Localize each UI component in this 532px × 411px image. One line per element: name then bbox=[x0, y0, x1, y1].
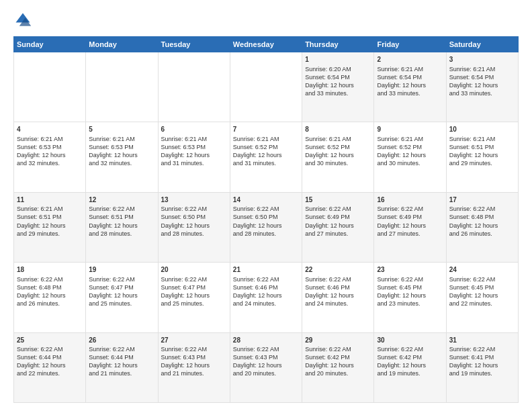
day-number: 7 bbox=[233, 125, 299, 134]
day-number: 26 bbox=[89, 336, 154, 345]
day-number: 12 bbox=[89, 195, 154, 205]
calendar-cell: 2Sunrise: 6:21 AM Sunset: 6:54 PM Daylig… bbox=[374, 52, 446, 122]
day-number: 22 bbox=[305, 265, 371, 275]
day-number: 27 bbox=[161, 336, 227, 345]
calendar-cell: 10Sunrise: 6:21 AM Sunset: 6:51 PM Dayli… bbox=[446, 122, 518, 192]
week-row-1: 1Sunrise: 6:20 AM Sunset: 6:54 PM Daylig… bbox=[14, 52, 519, 122]
day-number: 5 bbox=[89, 125, 154, 134]
day-number: 19 bbox=[89, 265, 154, 275]
calendar-cell: 6Sunrise: 6:21 AM Sunset: 6:53 PM Daylig… bbox=[158, 122, 230, 192]
day-number: 9 bbox=[377, 125, 443, 134]
calendar-cell: 8Sunrise: 6:21 AM Sunset: 6:52 PM Daylig… bbox=[302, 122, 374, 192]
calendar-cell bbox=[158, 52, 230, 122]
day-content: Sunrise: 6:20 AM Sunset: 6:54 PM Dayligh… bbox=[305, 65, 371, 98]
week-row-2: 4Sunrise: 6:21 AM Sunset: 6:53 PM Daylig… bbox=[14, 122, 519, 192]
logo-icon bbox=[13, 11, 32, 30]
day-number: 8 bbox=[305, 125, 371, 134]
calendar-cell: 14Sunrise: 6:22 AM Sunset: 6:50 PM Dayli… bbox=[230, 192, 302, 262]
calendar-cell: 1Sunrise: 6:20 AM Sunset: 6:54 PM Daylig… bbox=[302, 52, 374, 122]
header-cell-saturday: Saturday bbox=[446, 37, 518, 52]
day-content: Sunrise: 6:22 AM Sunset: 6:51 PM Dayligh… bbox=[89, 205, 154, 238]
day-number: 29 bbox=[305, 336, 371, 345]
day-content: Sunrise: 6:21 AM Sunset: 6:54 PM Dayligh… bbox=[449, 65, 515, 98]
day-content: Sunrise: 6:22 AM Sunset: 6:41 PM Dayligh… bbox=[449, 345, 515, 378]
day-content: Sunrise: 6:21 AM Sunset: 6:54 PM Dayligh… bbox=[377, 65, 443, 98]
header-cell-tuesday: Tuesday bbox=[158, 37, 230, 52]
day-content: Sunrise: 6:22 AM Sunset: 6:50 PM Dayligh… bbox=[161, 205, 227, 238]
calendar-cell: 27Sunrise: 6:22 AM Sunset: 6:43 PM Dayli… bbox=[158, 332, 230, 402]
day-number: 30 bbox=[377, 336, 443, 345]
calendar-cell bbox=[230, 52, 302, 122]
day-number: 20 bbox=[161, 265, 227, 275]
calendar-cell bbox=[14, 52, 86, 122]
calendar-cell bbox=[86, 52, 158, 122]
calendar-cell: 20Sunrise: 6:22 AM Sunset: 6:47 PM Dayli… bbox=[158, 263, 230, 332]
day-content: Sunrise: 6:21 AM Sunset: 6:53 PM Dayligh… bbox=[17, 135, 83, 168]
day-content: Sunrise: 6:22 AM Sunset: 6:47 PM Dayligh… bbox=[161, 275, 227, 308]
calendar-cell: 25Sunrise: 6:22 AM Sunset: 6:44 PM Dayli… bbox=[14, 332, 86, 402]
calendar-cell: 9Sunrise: 6:21 AM Sunset: 6:52 PM Daylig… bbox=[374, 122, 446, 192]
day-content: Sunrise: 6:22 AM Sunset: 6:46 PM Dayligh… bbox=[233, 275, 299, 308]
calendar-cell: 22Sunrise: 6:22 AM Sunset: 6:46 PM Dayli… bbox=[302, 263, 374, 332]
calendar-cell: 17Sunrise: 6:22 AM Sunset: 6:48 PM Dayli… bbox=[446, 192, 518, 262]
day-number: 21 bbox=[233, 265, 299, 275]
day-content: Sunrise: 6:21 AM Sunset: 6:53 PM Dayligh… bbox=[89, 135, 154, 168]
calendar-cell: 12Sunrise: 6:22 AM Sunset: 6:51 PM Dayli… bbox=[86, 192, 158, 262]
day-number: 2 bbox=[377, 55, 443, 64]
day-content: Sunrise: 6:22 AM Sunset: 6:42 PM Dayligh… bbox=[305, 345, 371, 378]
day-number: 13 bbox=[161, 195, 227, 205]
calendar-cell: 13Sunrise: 6:22 AM Sunset: 6:50 PM Dayli… bbox=[158, 192, 230, 262]
calendar-cell: 21Sunrise: 6:22 AM Sunset: 6:46 PM Dayli… bbox=[230, 263, 302, 332]
calendar-cell: 3Sunrise: 6:21 AM Sunset: 6:54 PM Daylig… bbox=[446, 52, 518, 122]
day-content: Sunrise: 6:21 AM Sunset: 6:51 PM Dayligh… bbox=[449, 135, 515, 168]
day-number: 18 bbox=[17, 265, 83, 275]
day-number: 3 bbox=[449, 55, 515, 64]
day-content: Sunrise: 6:21 AM Sunset: 6:52 PM Dayligh… bbox=[233, 135, 299, 168]
day-number: 15 bbox=[305, 195, 371, 205]
day-number: 23 bbox=[377, 265, 443, 275]
day-content: Sunrise: 6:21 AM Sunset: 6:53 PM Dayligh… bbox=[161, 135, 227, 168]
day-number: 4 bbox=[17, 125, 83, 134]
calendar-cell: 16Sunrise: 6:22 AM Sunset: 6:49 PM Dayli… bbox=[374, 192, 446, 262]
day-number: 24 bbox=[449, 265, 515, 275]
header bbox=[13, 11, 519, 30]
day-content: Sunrise: 6:22 AM Sunset: 6:45 PM Dayligh… bbox=[449, 275, 515, 308]
day-content: Sunrise: 6:22 AM Sunset: 6:43 PM Dayligh… bbox=[161, 345, 227, 378]
calendar-cell: 15Sunrise: 6:22 AM Sunset: 6:49 PM Dayli… bbox=[302, 192, 374, 262]
week-row-3: 11Sunrise: 6:21 AM Sunset: 6:51 PM Dayli… bbox=[14, 192, 519, 262]
day-content: Sunrise: 6:22 AM Sunset: 6:43 PM Dayligh… bbox=[233, 345, 299, 378]
day-number: 11 bbox=[17, 195, 83, 205]
day-number: 6 bbox=[161, 125, 227, 134]
calendar-cell: 5Sunrise: 6:21 AM Sunset: 6:53 PM Daylig… bbox=[86, 122, 158, 192]
calendar-cell: 4Sunrise: 6:21 AM Sunset: 6:53 PM Daylig… bbox=[14, 122, 86, 192]
page: SundayMondayTuesdayWednesdayThursdayFrid… bbox=[0, 0, 532, 411]
calendar-cell: 28Sunrise: 6:22 AM Sunset: 6:43 PM Dayli… bbox=[230, 332, 302, 402]
day-content: Sunrise: 6:22 AM Sunset: 6:44 PM Dayligh… bbox=[89, 345, 154, 378]
header-cell-wednesday: Wednesday bbox=[230, 37, 302, 52]
day-number: 28 bbox=[233, 336, 299, 345]
day-content: Sunrise: 6:22 AM Sunset: 6:47 PM Dayligh… bbox=[89, 275, 154, 308]
day-content: Sunrise: 6:21 AM Sunset: 6:51 PM Dayligh… bbox=[17, 205, 83, 238]
week-row-4: 18Sunrise: 6:22 AM Sunset: 6:48 PM Dayli… bbox=[14, 263, 519, 332]
calendar-cell: 23Sunrise: 6:22 AM Sunset: 6:45 PM Dayli… bbox=[374, 263, 446, 332]
week-row-5: 25Sunrise: 6:22 AM Sunset: 6:44 PM Dayli… bbox=[14, 332, 519, 402]
calendar-cell: 11Sunrise: 6:21 AM Sunset: 6:51 PM Dayli… bbox=[14, 192, 86, 262]
day-content: Sunrise: 6:22 AM Sunset: 6:50 PM Dayligh… bbox=[233, 205, 299, 238]
calendar-cell: 26Sunrise: 6:22 AM Sunset: 6:44 PM Dayli… bbox=[86, 332, 158, 402]
day-number: 1 bbox=[305, 55, 371, 64]
day-number: 31 bbox=[449, 336, 515, 345]
calendar-table: SundayMondayTuesdayWednesdayThursdayFrid… bbox=[13, 36, 519, 403]
header-cell-thursday: Thursday bbox=[302, 37, 374, 52]
day-content: Sunrise: 6:22 AM Sunset: 6:49 PM Dayligh… bbox=[305, 205, 371, 238]
day-content: Sunrise: 6:21 AM Sunset: 6:52 PM Dayligh… bbox=[305, 135, 371, 168]
header-cell-friday: Friday bbox=[374, 37, 446, 52]
day-content: Sunrise: 6:21 AM Sunset: 6:52 PM Dayligh… bbox=[377, 135, 443, 168]
day-content: Sunrise: 6:22 AM Sunset: 6:48 PM Dayligh… bbox=[17, 275, 83, 308]
calendar-cell: 19Sunrise: 6:22 AM Sunset: 6:47 PM Dayli… bbox=[86, 263, 158, 332]
day-content: Sunrise: 6:22 AM Sunset: 6:46 PM Dayligh… bbox=[305, 275, 371, 308]
day-number: 25 bbox=[17, 336, 83, 345]
day-content: Sunrise: 6:22 AM Sunset: 6:42 PM Dayligh… bbox=[377, 345, 443, 378]
day-number: 10 bbox=[449, 125, 515, 134]
header-cell-sunday: Sunday bbox=[14, 37, 86, 52]
calendar-cell: 18Sunrise: 6:22 AM Sunset: 6:48 PM Dayli… bbox=[14, 263, 86, 332]
